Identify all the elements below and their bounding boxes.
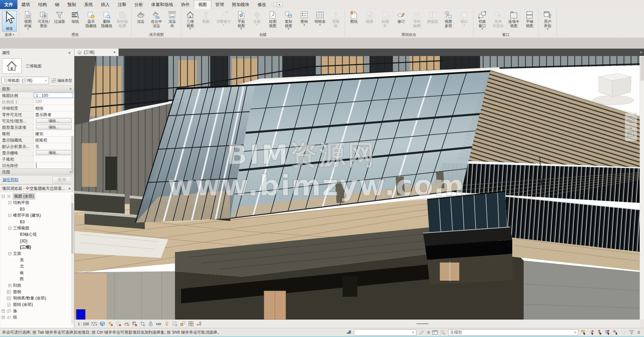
tree-item-b3-core[interactable]: B3核心筒 xyxy=(0,231,74,238)
reveal-constraints-icon[interactable] xyxy=(196,321,202,327)
filters-button[interactable]: 过滤器 xyxy=(52,10,67,32)
vertical-scrollbar[interactable] xyxy=(640,56,644,320)
tree-item-3d-views[interactable]: −三维视图 xyxy=(0,225,74,231)
tab-overflow-icon[interactable]: ▼ xyxy=(638,49,644,56)
active-workset-dropdown[interactable]: ∨ xyxy=(354,329,416,336)
editing-requests-icon[interactable] xyxy=(419,330,424,335)
render-in-cloud-button[interactable]: 在云中 渲染 xyxy=(149,10,164,32)
tree-item-families[interactable]: +族 xyxy=(0,308,74,314)
select-underlay-elements-icon[interactable] xyxy=(589,330,594,335)
tree-item-structural-plans[interactable]: −结构平面 xyxy=(0,200,74,206)
prop-row-parts-visibility[interactable]: 零件可见性显示两者 xyxy=(0,111,74,118)
collapse-expander-icon[interactable]: − xyxy=(8,227,11,230)
tree-item-north[interactable]: 北 xyxy=(0,263,74,270)
worksharing-display-icon[interactable] xyxy=(188,321,194,327)
tab-steel[interactable]: 钢 xyxy=(51,0,63,9)
schedules-button[interactable]: 明细表▾ xyxy=(312,10,328,32)
prop-row-view-scale[interactable]: 视图比例1 : 100 xyxy=(0,92,74,99)
remove-hidden-lines-button[interactable]: 删除 隐藏线 xyxy=(99,10,115,32)
active-design-option-dropdown[interactable]: 主模型∨ xyxy=(448,329,578,336)
rendering-dialog-icon[interactable] xyxy=(124,321,129,327)
tab-precast[interactable]: 预制 xyxy=(63,0,80,9)
browser-scrollbar[interactable] xyxy=(71,194,74,325)
properties-palette-header[interactable]: 属性 × xyxy=(0,49,74,57)
select-links-icon[interactable] xyxy=(581,330,586,335)
section-extents[interactable]: 范围 « xyxy=(0,169,74,175)
expand-expander-icon[interactable]: + xyxy=(2,316,5,319)
user-interface-button[interactable]: 用户 界面▾ xyxy=(540,10,555,32)
visibility-graphics-button[interactable]: 可见性/ 图形 xyxy=(36,10,52,32)
expand-expander-icon[interactable]: + xyxy=(8,284,11,287)
tab-addins[interactable]: 附加模块 xyxy=(228,0,253,9)
temporary-hide-isolate-icon[interactable] xyxy=(156,321,162,327)
tab-insert[interactable]: 插入 xyxy=(97,0,114,9)
drafting-view-button[interactable]: 绘图 视图 xyxy=(265,10,281,32)
duplicate-view-button[interactable]: 复制 视图▾ xyxy=(281,10,296,32)
view-tab-3d[interactable]: {三维} × xyxy=(74,49,119,56)
panel-label-select[interactable]: 选择▾ xyxy=(0,32,19,38)
show-hidden-lines-button[interactable]: 显示 隐藏线 xyxy=(83,10,99,32)
collapse-expander-icon[interactable]: − xyxy=(8,201,11,204)
design-options-dialog-icon[interactable] xyxy=(432,330,438,335)
panel-label-create[interactable]: 创建 xyxy=(181,32,345,38)
sun-path-checkbox[interactable] xyxy=(36,163,37,168)
horizontal-scrollbar-thumb[interactable] xyxy=(416,323,428,324)
selection-filter-icon[interactable] xyxy=(629,330,635,335)
reveal-hidden-elements-icon[interactable] xyxy=(164,321,170,327)
modify-button[interactable]: 修改 xyxy=(2,11,17,32)
model-canvas[interactable]: BIM资源网 www.bimzyw.com xyxy=(74,56,640,320)
section-graphics[interactable]: 图形 « xyxy=(0,86,74,92)
tree-item-b3[interactable]: B3 xyxy=(0,206,74,212)
prop-row-graphic-display-options[interactable]: 图形显示选项编辑... xyxy=(0,124,74,130)
type-selector[interactable]: 三维视图 xyxy=(0,57,74,75)
view-scale-input[interactable]: 1 : 100 xyxy=(34,93,73,98)
sheet-button[interactable]: 图纸 xyxy=(346,10,362,32)
panel-label-windows[interactable]: 窗口 xyxy=(473,32,538,38)
panel-label-sheet-composition[interactable]: 图纸组合 xyxy=(345,32,473,38)
prop-row-sun-path[interactable]: 日光路径 xyxy=(0,162,74,169)
edit-button[interactable]: 编辑... xyxy=(36,150,72,155)
visual-style-icon[interactable] xyxy=(100,321,105,327)
thin-lines-button[interactable]: 细线 xyxy=(67,10,83,32)
tab-view[interactable]: 视图 xyxy=(194,0,211,9)
tab-annotate[interactable]: 注释 xyxy=(114,0,130,9)
tab-manage[interactable]: 管理 xyxy=(211,0,228,9)
tree-item-3d[interactable]: {3D} xyxy=(0,238,74,244)
switch-windows-button[interactable]: 切换 窗口▾ xyxy=(474,10,490,32)
tree-item-b3[interactable]: B3 xyxy=(0,219,74,225)
prop-row-show-grids[interactable]: 显示栅格编辑... xyxy=(0,150,74,156)
edit-button[interactable]: 编辑... xyxy=(36,125,72,129)
default-3d-view-button[interactable]: 三维 视图▾ xyxy=(182,10,198,32)
ribbon-display-toggle[interactable]: □ ▾ xyxy=(274,2,283,7)
tab-modify[interactable]: 修改 xyxy=(253,0,270,9)
tab-structure[interactable]: 结构 xyxy=(34,0,51,9)
project-browser-header[interactable]: 项目浏览器 - 中交集团南方总部基... × xyxy=(0,184,74,192)
worksets-icon[interactable] xyxy=(346,330,352,335)
file-menu-button[interactable]: 文件 xyxy=(0,0,17,9)
tile-views-button[interactable]: 平铺 视图 xyxy=(522,10,537,32)
edit-type-button[interactable]: 编辑类型 xyxy=(51,78,73,83)
apply-button[interactable]: 应用 xyxy=(52,176,72,183)
type-selector-dropdown[interactable]: 三维视图: {三维} ∨ xyxy=(1,77,49,84)
scrollbar-thumb[interactable] xyxy=(641,57,644,80)
close-icon[interactable]: × xyxy=(113,50,116,55)
prop-row-sub-discipline[interactable]: 子规程 xyxy=(0,156,74,162)
collapse-expander-icon[interactable]: − xyxy=(8,214,11,217)
view-lock-icon[interactable] xyxy=(148,321,154,327)
select-pinned-elements-icon[interactable] xyxy=(597,330,602,335)
tab-collaborate[interactable]: 协作 xyxy=(177,0,194,9)
expand-expander-icon[interactable]: + xyxy=(2,310,5,313)
highlight-displacement-icon[interactable] xyxy=(180,321,186,327)
prop-row-discipline[interactable]: 规程建筑 xyxy=(0,130,74,137)
prop-row-visibility-graphics[interactable]: 可见性/图形...编辑... xyxy=(0,118,74,124)
tree-item-east[interactable]: 东 xyxy=(0,257,74,263)
collapse-chevron-icon[interactable]: « xyxy=(69,88,73,90)
tab-massing-site[interactable]: 体量和场地 xyxy=(147,0,177,9)
crop-region-icon[interactable] xyxy=(140,321,145,327)
tree-item-elevations[interactable]: −立面 xyxy=(0,250,74,257)
tab-views-button[interactable]: 选项卡 视图 xyxy=(506,10,522,32)
view-reference-button[interactable]: 视图 参照 xyxy=(441,10,456,32)
edit-button[interactable]: 编辑... xyxy=(36,118,72,123)
view-template-button[interactable]: 视图 样板▾ xyxy=(20,10,36,32)
analytical-model-icon[interactable] xyxy=(172,321,178,327)
